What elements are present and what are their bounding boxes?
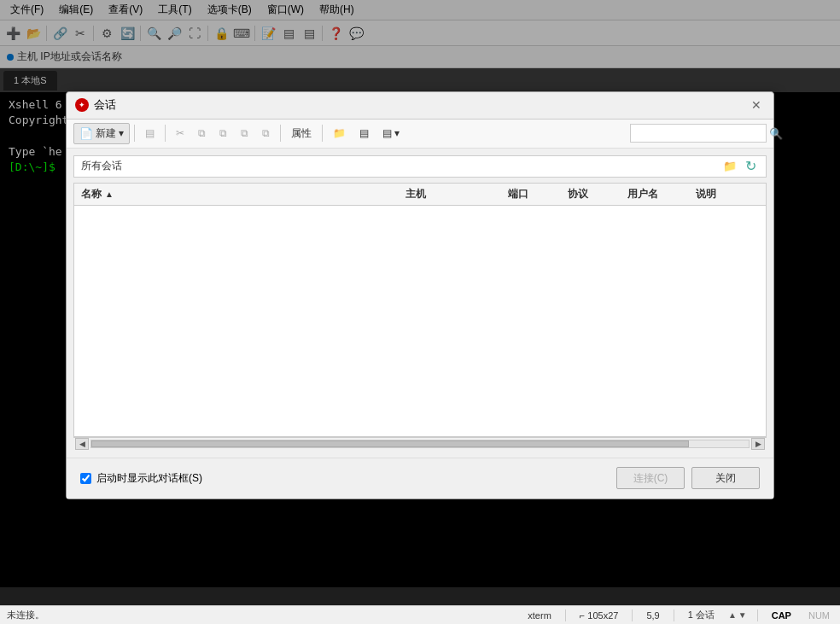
dialog-toolbar-copy3[interactable]: ⧉ xyxy=(235,124,254,143)
status-position: 5,9 xyxy=(643,610,662,621)
connect-button[interactable]: 连接(C) xyxy=(616,467,685,489)
status-sessions: 1 会话 xyxy=(685,609,718,621)
col-header-description[interactable]: 说明 xyxy=(696,187,759,201)
status-sep-1 xyxy=(565,609,566,621)
status-right-area: xterm ⌐ 105x27 5,9 1 会话 ▲ ▼ CAP NUM xyxy=(524,609,833,621)
dtb-sep-3 xyxy=(280,125,281,142)
dialog-toolbar-cut[interactable]: ✂ xyxy=(170,124,190,143)
dialog-app-icon: ✦ xyxy=(75,98,89,112)
status-dimensions: ⌐ 105x27 xyxy=(576,610,622,621)
hscroll-track[interactable] xyxy=(90,440,750,448)
app-window: 文件(F) 编辑(E) 查看(V) 工具(T) 选项卡(B) 窗口(W) 帮助(… xyxy=(0,0,840,624)
footer-buttons: 连接(C) 关闭 xyxy=(616,467,760,489)
startup-checkbox-label[interactable]: 启动时显示此对话框(S) xyxy=(80,471,202,486)
status-connection-text: 未连接。 xyxy=(7,609,524,621)
dialog-toolbar-copy4[interactable]: ⧉ xyxy=(256,124,276,143)
status-num: NUM xyxy=(805,610,833,621)
status-sep-2 xyxy=(632,609,633,621)
table-header: 名称 ▲ 主机 端口 协议 用户名 说明 xyxy=(74,184,766,206)
dialog-toolbar: 📄 新建 ▾ ▤ ✂ ⧉ ⧉ ⧉ ⧉ 属性 📁 ▤ xyxy=(67,120,773,149)
hscroll-right-arrow[interactable]: ▶ xyxy=(751,438,765,450)
status-arrow-up[interactable]: ▲ xyxy=(728,610,737,620)
new-dropdown-icon: ▾ xyxy=(119,127,124,139)
modal-backdrop: ✦ 会话 ✕ 📄 新建 ▾ ▤ ✂ ⧉ ⧉ xyxy=(0,0,840,624)
dtb-sep-4 xyxy=(322,125,323,142)
dialog-toolbar-props[interactable]: ▤ xyxy=(139,124,160,143)
dialog-new-button[interactable]: 📄 新建 ▾ xyxy=(73,123,130,144)
status-terminal-type: xterm xyxy=(524,610,555,621)
col-header-name[interactable]: 名称 ▲ xyxy=(81,187,405,201)
session-dialog: ✦ 会话 ✕ 📄 新建 ▾ ▤ ✂ ⧉ ⧉ xyxy=(66,91,774,499)
dialog-close-button[interactable]: ✕ xyxy=(748,96,765,114)
col-header-username[interactable]: 用户名 xyxy=(627,187,696,201)
sort-icon: ▲ xyxy=(105,190,114,199)
view-icon: ▤ xyxy=(382,127,392,139)
folder-refresh-icon[interactable]: ↻ xyxy=(742,158,759,175)
new-label: 新建 xyxy=(96,126,116,141)
hscroll-left-arrow[interactable]: ◀ xyxy=(75,438,89,450)
dialog-search-input[interactable] xyxy=(631,127,766,139)
startup-checkbox-text: 启动时显示此对话框(S) xyxy=(96,471,202,486)
dialog-footer: 启动时显示此对话框(S) 连接(C) 关闭 xyxy=(67,458,773,499)
folder-path-text: 所有会话 xyxy=(81,159,122,173)
status-bar: 未连接。 xterm ⌐ 105x27 5,9 1 会话 ▲ ▼ CAP NUM xyxy=(0,605,840,624)
close-button[interactable]: 关闭 xyxy=(691,467,760,489)
dialog-titlebar: ✦ 会话 ✕ xyxy=(67,92,773,120)
horizontal-scrollbar[interactable]: ◀ ▶ xyxy=(73,437,767,451)
folder-bar-icons: 📁 ↻ xyxy=(721,158,759,175)
status-nav-arrows: ▲ ▼ xyxy=(728,610,747,620)
hscroll-thumb[interactable] xyxy=(91,440,689,447)
folder-new-icon[interactable]: 📁 xyxy=(721,158,738,175)
dtb-sep-2 xyxy=(165,125,166,142)
dtb-sep-1 xyxy=(134,125,135,142)
new-icon: 📄 xyxy=(79,127,93,140)
dialog-toolbar-view2[interactable]: ▤ ▾ xyxy=(376,124,405,143)
col-header-host[interactable]: 主机 xyxy=(405,187,508,201)
dialog-title-text: 会话 xyxy=(94,97,116,113)
dialog-search-box: 🔍 xyxy=(630,124,767,143)
session-table: 名称 ▲ 主机 端口 协议 用户名 说明 xyxy=(73,183,767,437)
view-dropdown: ▾ xyxy=(394,127,400,139)
status-arrow-down[interactable]: ▼ xyxy=(738,610,747,620)
col-header-port[interactable]: 端口 xyxy=(508,187,568,201)
props-icon: ▤ xyxy=(145,127,155,139)
startup-checkbox[interactable] xyxy=(80,473,91,484)
dialog-content: 所有会话 📁 ↻ 名称 ▲ 主机 端口 协议 xyxy=(67,149,773,458)
dialog-toolbar-copy2[interactable]: ⧉ xyxy=(213,124,233,143)
search-icon[interactable]: 🔍 xyxy=(766,127,786,140)
dialog-toolbar-folder[interactable]: 📁 xyxy=(327,124,352,143)
status-sep-4 xyxy=(757,609,758,621)
folder-path-bar: 所有会话 📁 ↻ xyxy=(73,155,767,178)
dialog-title-area: ✦ 会话 xyxy=(75,97,116,113)
col-header-protocol[interactable]: 协议 xyxy=(568,187,627,201)
status-cap: CAP xyxy=(768,610,795,621)
dialog-toolbar-copy1[interactable]: ⧉ xyxy=(192,124,212,143)
status-dim-icon: ⌐ xyxy=(580,610,585,621)
dialog-toolbar-attributes[interactable]: 属性 xyxy=(285,123,318,144)
dialog-toolbar-view1[interactable]: ▤ xyxy=(353,124,375,143)
table-body xyxy=(74,206,766,436)
status-sep-3 xyxy=(674,609,674,621)
